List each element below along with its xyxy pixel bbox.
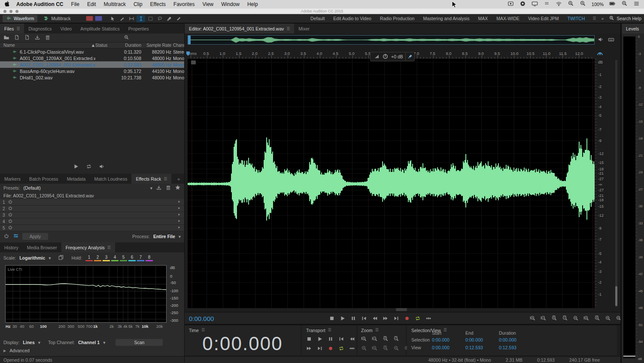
zoom-in-h-button[interactable] <box>359 335 369 343</box>
volume-icon[interactable] <box>568 0 574 8</box>
slot-power-icon[interactable] <box>8 206 13 212</box>
tabs-overflow-icon[interactable]: » <box>173 174 184 184</box>
waveform-scroll-handle[interactable] <box>396 308 407 311</box>
workspace-overflow-icon[interactable]: » <box>601 16 604 21</box>
gain-knob-icon[interactable] <box>382 53 389 60</box>
pause-button[interactable] <box>349 314 358 323</box>
waveform-display[interactable] <box>188 59 595 308</box>
copy-data-icon[interactable] <box>58 254 64 261</box>
playhead-time-readout[interactable]: 0:00.000 <box>189 315 214 322</box>
slip-tool-button[interactable] <box>127 15 136 22</box>
column-name[interactable]: Name <box>3 43 15 48</box>
menu-item-favorites[interactable]: Favorites <box>173 1 194 7</box>
keyboard-shortcuts-icon[interactable] <box>608 36 614 44</box>
panel-menu-icon[interactable]: ☰ <box>16 27 20 31</box>
levels-tab[interactable]: Levels <box>622 24 644 33</box>
view-duration-value[interactable]: 0:12.593 <box>499 345 532 350</box>
fast-forward-button[interactable] <box>304 344 314 353</box>
window-icon[interactable] <box>580 0 586 8</box>
save-preset-icon[interactable] <box>156 185 162 191</box>
trash-icon[interactable] <box>45 34 51 41</box>
razor-tool-button[interactable] <box>118 15 126 22</box>
effect-slot-5[interactable]: 5 <box>0 225 184 231</box>
insert-into-multitrack-icon[interactable] <box>34 34 40 41</box>
column-status[interactable]: Status <box>95 43 112 48</box>
workspace-mastering-and-analysis[interactable]: Mastering and Analysis <box>423 16 469 21</box>
waveform-view-button[interactable]: Waveform <box>3 15 37 22</box>
zoom-full-button[interactable] <box>359 344 369 353</box>
menu-item-multitrack[interactable]: Multitrack <box>104 1 126 7</box>
zoom-out-v-button[interactable] <box>560 314 570 323</box>
mixer-tab[interactable]: Mixer <box>294 24 314 33</box>
spot-healing-brush-tool-button[interactable] <box>174 15 183 22</box>
panel-menu-icon[interactable]: ☰ <box>164 177 167 181</box>
skip-start-button[interactable] <box>337 335 346 343</box>
new-file-icon[interactable] <box>24 34 30 41</box>
workspace-max-wide[interactable]: MAX-WIDE <box>496 16 519 21</box>
hold-button-6[interactable]: 6 <box>128 255 136 261</box>
slot-expand-icon[interactable] <box>176 199 182 205</box>
paintbrush-selection-tool-button[interactable] <box>165 15 173 22</box>
hold-button-2[interactable]: 2 <box>94 255 101 261</box>
effect-slot-4[interactable]: 4 <box>0 218 184 225</box>
search-help-button[interactable]: Search Help <box>609 15 641 22</box>
top-channel-dropdown-icon[interactable]: ▾ <box>103 340 105 345</box>
editor-tab[interactable]: Editor: A002_C001_120954_001 Extracted.w… <box>185 24 294 33</box>
files-tab-properties[interactable]: Properties <box>124 24 153 33</box>
effect-slot-1[interactable]: 1 <box>0 199 184 206</box>
slot-power-icon[interactable] <box>8 225 13 231</box>
menu-item-file[interactable]: File <box>71 1 79 7</box>
workspace-edit-audio-to-video[interactable]: Edit Audio to Video <box>333 16 371 21</box>
files-tab-amplitude-statistics[interactable]: Amplitude Statistics <box>76 24 124 33</box>
close-window-icon[interactable] <box>3 10 6 13</box>
hold-button-4[interactable]: 4 <box>111 255 118 261</box>
process-dropdown-icon[interactable]: ▾ <box>179 234 181 239</box>
hud-pin-button[interactable] <box>405 52 415 61</box>
zoom-in-h-button[interactable] <box>528 314 538 323</box>
zoom-sel-button[interactable] <box>603 314 613 323</box>
menu-item-view[interactable]: View <box>202 1 213 7</box>
menu-item-effects[interactable]: Effects <box>150 1 166 7</box>
workspace-video-edit-jpm[interactable]: Video Edit JPM <box>528 16 559 21</box>
rack-toggle-icon[interactable] <box>13 233 19 240</box>
frequency-tab-frequency-analysis[interactable]: Frequency Analysis☰ <box>61 242 115 252</box>
loop-playback-button[interactable] <box>86 163 92 170</box>
play-button[interactable] <box>315 335 325 343</box>
preset-dropdown-icon[interactable]: ▾ <box>150 185 152 191</box>
effects-tab-effects-rack[interactable]: Effects Rack☰ <box>131 174 171 184</box>
top-channel-value[interactable]: Channel 1 <box>78 340 100 345</box>
effects-tab-markers[interactable]: Markers <box>0 174 25 184</box>
stop-button[interactable] <box>327 314 337 323</box>
skip-end-button[interactable] <box>315 344 325 353</box>
zoom-sel-left-button[interactable] <box>370 344 380 353</box>
files-tab-files[interactable]: Files☰ <box>0 24 24 33</box>
scale-value[interactable]: Logarithmic <box>19 255 45 260</box>
advanced-disclosure[interactable]: ▶ Advanced <box>3 348 30 353</box>
selection-duration-value[interactable]: 0:00.000 <box>499 337 532 342</box>
effect-slot-3[interactable]: 3 <box>0 212 184 218</box>
marquee-selection-tool-button[interactable] <box>146 15 155 22</box>
stop-button[interactable] <box>304 335 314 343</box>
workspace-radio-production[interactable]: Radio Production <box>380 16 415 21</box>
skip-end-button[interactable] <box>392 314 401 323</box>
workspace-twitch[interactable]: TWITCH <box>567 16 585 21</box>
spectral-frequency-display-button[interactable] <box>86 16 93 21</box>
spectral-pitch-display-button[interactable] <box>95 16 102 21</box>
view-end-value[interactable]: 0:12.593 <box>465 345 499 350</box>
move-tool-button[interactable] <box>108 15 117 22</box>
rewind-button[interactable] <box>347 335 357 343</box>
slot-power-icon[interactable] <box>8 212 13 218</box>
panel-menu-icon[interactable]: ☰ <box>328 328 331 333</box>
slot-power-icon[interactable] <box>8 218 13 224</box>
menu-item-window[interactable]: Window <box>221 1 240 7</box>
panel-menu-icon[interactable]: ☰ <box>107 245 111 250</box>
monitor-speaker-icon[interactable] <box>598 36 604 44</box>
preset-value[interactable]: (Default) <box>24 185 41 191</box>
workspace-max[interactable]: MAX <box>478 16 488 21</box>
hold-button-1[interactable]: 1 <box>85 255 93 261</box>
spotlight-search-icon[interactable] <box>621 0 628 8</box>
file-row-0[interactable]: 6.1-ClickPop-ClassicalVinyl.wav 0:11.320… <box>0 48 184 55</box>
file-row-2[interactable]: A002_C001_120954_001 Extracted.wav 0:12.… <box>0 61 184 68</box>
frequency-tab-media-browser[interactable]: Media Browser <box>23 242 61 252</box>
zoom-out-v-button[interactable] <box>392 335 401 343</box>
